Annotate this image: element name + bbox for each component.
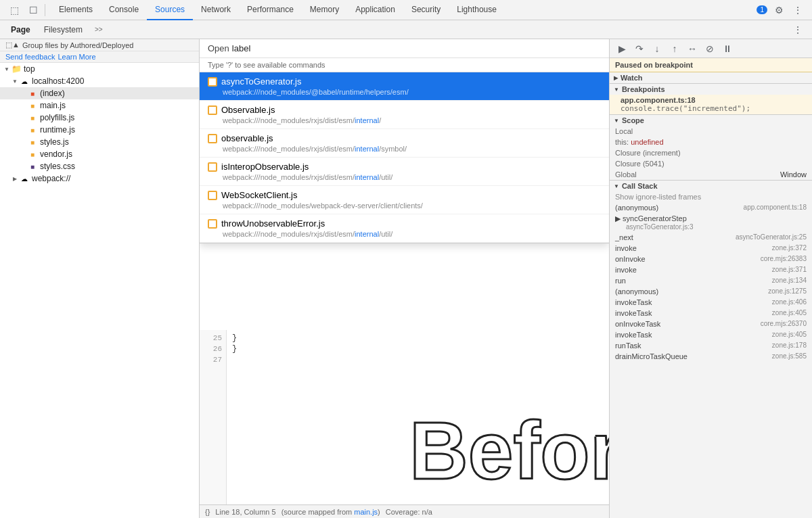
cs-name-invoketask3: invokeTask <box>615 331 652 339</box>
open-file-hint: Type '?' to see available commands <box>200 58 609 72</box>
call-stack-drainmicro[interactable]: drainMicroTaskQueue zone.js:585 <box>610 351 812 362</box>
step-into-btn[interactable]: ↓ <box>649 41 665 56</box>
tree-arrow-top: ▼ <box>3 66 11 72</box>
cs-loc-anonymous: app.component.ts:18 <box>744 204 807 212</box>
open-file-results: asyncToGenerator.js webpack:///node_modu… <box>200 72 609 243</box>
cs-name-invoke2: invoke <box>615 266 637 274</box>
tree-label-localhost: localhost:4200 <box>32 76 84 86</box>
file-result-name-2: Observable.js <box>221 105 275 115</box>
subtab-filesystem[interactable]: Filesystem <box>39 24 88 36</box>
code-content[interactable]: } } <box>227 330 609 504</box>
inspect-icon-btn[interactable]: ⬚ <box>5 2 23 18</box>
open-label: Open <box>208 43 229 53</box>
subtab-more[interactable]: >> <box>91 24 107 34</box>
call-stack-anonymous[interactable]: (anonymous) app.component.ts:18 <box>610 202 812 213</box>
call-stack-invoketask2[interactable]: invokeTask zone.js:405 <box>610 308 812 319</box>
file-result-asynctogenerator[interactable]: asyncToGenerator.js webpack:///node_modu… <box>200 72 609 101</box>
sidebar-options-btn[interactable]: ⋮ <box>789 22 807 38</box>
cs-loc-anon2: zone.js:1275 <box>768 287 807 296</box>
format-btn[interactable]: {} <box>205 508 210 516</box>
scope-closure-5041-label: Closure (5041) <box>615 160 664 168</box>
path-highlight-2: internal <box>355 116 379 124</box>
step-out-btn[interactable]: ↑ <box>667 41 683 56</box>
tree-item-vendor[interactable]: ■ vendor.js <box>0 148 199 160</box>
watch-section: ▶ Watch <box>610 72 812 84</box>
call-stack-next[interactable]: _next asyncToGenerator.js:25 <box>610 232 812 243</box>
call-stack-runtask[interactable]: runTask zone.js:178 <box>610 340 812 351</box>
js-icon-vendor: ■ <box>27 149 38 160</box>
tree-item-stylesjs[interactable]: ■ styles.js <box>0 136 199 148</box>
open-file-search-input[interactable] <box>232 43 601 53</box>
tab-console[interactable]: Console <box>101 0 147 20</box>
group-files-icon: ⬚▲ <box>5 41 20 49</box>
resume-btn[interactable]: ▶ <box>614 41 630 56</box>
step-over-btn[interactable]: ↷ <box>631 41 648 56</box>
scope-header[interactable]: ▼ Scope <box>610 115 812 126</box>
call-stack-header[interactable]: ▼ Call Stack <box>610 181 812 191</box>
call-stack-oninvoke[interactable]: onInvoke core.mjs:26383 <box>610 254 812 264</box>
tab-elements[interactable]: Elements <box>51 0 101 20</box>
settings-btn[interactable]: ⚙ <box>770 2 788 18</box>
call-stack-oninvoketask[interactable]: onInvokeTask core.mjs:26370 <box>610 319 812 329</box>
watch-header[interactable]: ▶ Watch <box>610 72 812 83</box>
file-result-name-5: WebSocketClient.js <box>221 190 297 200</box>
deactivate-btn[interactable]: ⊘ <box>702 41 718 56</box>
tree-item-webpack[interactable]: ▶ ☁ webpack:// <box>0 172 199 185</box>
call-stack-anon2[interactable]: (anonymous) zone.js:1275 <box>610 286 812 297</box>
js-file-icon-6 <box>208 219 217 229</box>
device-icon-btn[interactable]: ☐ <box>24 2 42 18</box>
tree-item-runtime[interactable]: ■ runtime.js <box>0 124 199 136</box>
tree-item-top[interactable]: ▼ 📁 top <box>0 63 199 75</box>
cs-name-invoketask2: invokeTask <box>615 309 652 317</box>
tab-memory[interactable]: Memory <box>302 0 347 20</box>
cs-loc-invoketask3: zone.js:405 <box>772 331 807 339</box>
call-stack-invoke1[interactable]: invoke zone.js:372 <box>610 243 812 254</box>
file-result-isinterop[interactable]: isInteropObservable.js webpack:///node_m… <box>200 158 609 186</box>
tab-network[interactable]: Network <box>193 0 239 20</box>
file-result-throwunobs[interactable]: throwUnobservableError.js webpack:///nod… <box>200 214 609 243</box>
file-result-path-6: webpack:///node_modules/rxjs/dist/esm/in… <box>208 230 601 238</box>
learn-more-link[interactable]: Learn More <box>58 53 95 61</box>
scope-local: Local <box>610 126 812 137</box>
tree-item-polyfills[interactable]: ■ polyfills.js <box>0 112 199 124</box>
tree-item-main[interactable]: ■ main.js <box>0 99 199 112</box>
more-btn[interactable]: ⋮ <box>789 2 807 18</box>
group-files-bar: ⬚▲ Group files by Authored/Deployed <box>0 39 199 51</box>
tree-item-stylescss[interactable]: ■ styles.css <box>0 160 199 172</box>
call-stack-invoke2[interactable]: invoke zone.js:371 <box>610 264 812 275</box>
coverage-info: Coverage: n/a <box>386 508 432 516</box>
cs-loc-syncgen: asyncToGenerator.js:3 <box>615 223 694 231</box>
show-ignore-frames[interactable]: Show ignore-listed frames <box>610 191 812 202</box>
file-result-name-3: observable.js <box>221 133 273 143</box>
tree-item-localhost[interactable]: ▼ ☁ localhost:4200 <box>0 75 199 87</box>
file-result-path-1: webpack:///node_modules/@babel/runtime/h… <box>208 88 601 96</box>
file-result-observablejs[interactable]: Observable.js webpack:///node_modules/rx… <box>200 101 609 129</box>
status-bar: {} Line 18, Column 5 (source mapped from… <box>200 504 609 518</box>
call-stack-section: ▼ Call Stack Show ignore-listed frames (… <box>610 181 812 362</box>
tab-lighthouse[interactable]: Lighthouse <box>449 0 505 20</box>
cs-loc-runtask: zone.js:178 <box>772 342 807 350</box>
tree-item-index[interactable]: ■ (index) <box>0 87 199 99</box>
call-stack-invoketask1[interactable]: invokeTask zone.js:406 <box>610 297 812 308</box>
call-stack-invoketask3[interactable]: invokeTask zone.js:405 <box>610 329 812 340</box>
send-feedback-link[interactable]: Send feedback <box>5 53 55 61</box>
call-stack-run[interactable]: run zone.js:134 <box>610 275 812 286</box>
source-map-link[interactable]: main.js <box>354 508 378 516</box>
pause-btn[interactable]: ⏸ <box>719 41 736 56</box>
file-result-observablelower[interactable]: observable.js webpack:///node_modules/rx… <box>200 129 609 158</box>
scope-global-value: Window <box>780 170 807 179</box>
scope-section: ▼ Scope Local this: undefined Closure (i… <box>610 115 812 181</box>
tab-application[interactable]: Application <box>347 0 403 20</box>
tab-performance[interactable]: Performance <box>239 0 302 20</box>
call-stack-syncgen[interactable]: ▶ syncGeneratorStep asyncToGenerator.js:… <box>610 213 812 232</box>
breakpoints-arrow: ▼ <box>614 87 619 93</box>
tab-sources[interactable]: Sources <box>147 0 193 20</box>
devtools-tabs: Elements Console Sources Network Perform… <box>51 0 505 20</box>
cs-name-invoke1: invoke <box>615 244 637 252</box>
file-result-websocket[interactable]: WebSocketClient.js webpack:///node_modul… <box>200 186 609 214</box>
tab-security[interactable]: Security <box>403 0 449 20</box>
step-btn[interactable]: ↔ <box>684 41 700 56</box>
subtab-page[interactable]: Page <box>5 24 36 36</box>
breakpoint-item-1[interactable]: app.component.ts:18 console.trace("incre… <box>610 95 812 114</box>
breakpoints-header[interactable]: ▼ Breakpoints <box>610 84 812 95</box>
